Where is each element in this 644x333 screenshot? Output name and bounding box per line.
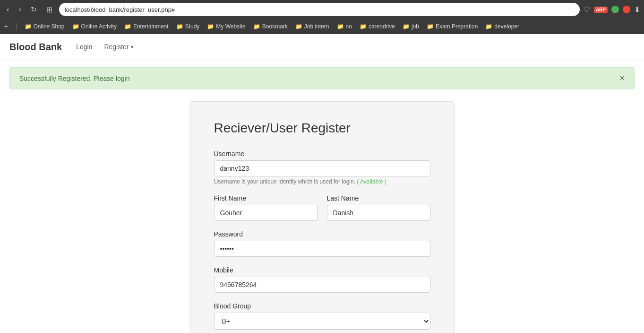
windows-button[interactable]: ⊞ [43, 4, 55, 15]
username-available: ( Available ) [357, 178, 386, 185]
bookmark-label: Job intern [304, 23, 329, 30]
folder-icon: 📁 [360, 23, 367, 30]
folder-icon: 📁 [427, 23, 434, 30]
bookmark-job-intern[interactable]: 📁 Job intern [292, 22, 332, 31]
password-label: Password [214, 230, 430, 238]
folder-icon: 📁 [295, 23, 302, 30]
mobile-label: Mobile [214, 266, 430, 274]
bookmark-label: Entertainment [133, 23, 169, 30]
bookmark-online-activity[interactable]: 📁 Online Activity [69, 22, 120, 31]
register-dropdown[interactable]: Register [99, 41, 138, 53]
nav-links: Login Register [71, 41, 138, 53]
navbar: Blood Bank Login Register [0, 34, 644, 60]
brand-link[interactable]: Blood Bank [9, 42, 62, 53]
forward-button[interactable]: › [16, 4, 24, 15]
username-group: Username Username is your unique identit… [214, 150, 430, 185]
bookmark-label: Online Activity [81, 23, 117, 30]
folder-icon: 📁 [176, 23, 183, 30]
abp-badge: ABP [594, 7, 608, 13]
form-title: Reciever/User Register [214, 121, 430, 136]
bookmark-bookmark[interactable]: 📁 Bookmark [250, 22, 291, 31]
folder-icon: 📁 [124, 23, 131, 30]
lastname-group: Last Name [327, 194, 430, 221]
separator: | [16, 22, 17, 31]
bookmark-entertainment[interactable]: 📁 Entertainment [121, 22, 172, 31]
bookmark-no[interactable]: 📁 no [334, 22, 355, 31]
password-group: Password [214, 230, 430, 257]
username-label: Username [214, 150, 430, 158]
password-input[interactable] [214, 241, 430, 257]
bookmark-label: Study [185, 23, 200, 30]
url-display: localhost/blood_bank/register_user.php# [65, 6, 574, 13]
alert-message: Successfully Registered, Please login [19, 75, 129, 82]
lastname-input[interactable] [327, 205, 430, 221]
blood-group-select[interactable]: A+ A- B+ B- O+ O- AB+ AB- [214, 313, 430, 330]
success-alert: Successfully Registered, Please login × [9, 67, 635, 89]
bookmarks-bar: + | 📁 Online Shop 📁 Online Activity 📁 En… [0, 19, 644, 34]
folder-icon: 📁 [403, 23, 410, 30]
bookmark-job[interactable]: 📁 job [400, 22, 422, 31]
folder-icon: 📁 [72, 23, 79, 30]
bookmark-label: developer [494, 23, 519, 30]
bookmark-online-shop[interactable]: 📁 Online Shop [22, 22, 68, 31]
bookmark-study[interactable]: 📁 Study [173, 22, 203, 31]
blood-group-group: Blood Group A+ A- B+ B- O+ O- AB+ AB- [214, 302, 430, 330]
bookmark-label: careodrive [369, 23, 395, 30]
color-circle-red [623, 6, 630, 13]
main-container: Reciever/User Register Username Username… [0, 96, 644, 333]
bookmark-label: job [412, 23, 419, 30]
name-row: First Name Last Name [214, 194, 430, 221]
bookmark-label: Exam Prepration [436, 23, 478, 30]
bookmark-label: no [346, 23, 352, 30]
folder-icon: 📁 [207, 23, 214, 30]
mobile-input[interactable] [214, 277, 430, 293]
heart-icon: ♡ [584, 5, 590, 14]
back-button[interactable]: ‹ [4, 4, 12, 15]
username-hint: Username is your unique identity which i… [214, 178, 430, 185]
firstname-label: First Name [214, 194, 318, 202]
bookmark-label: My Website [216, 23, 245, 30]
bookmark-label: Online Shop [34, 23, 65, 30]
bookmark-developer[interactable]: 📁 developer [482, 22, 522, 31]
folder-icon: 📁 [485, 23, 492, 30]
folder-icon: 📁 [253, 23, 260, 30]
bookmark-my-website[interactable]: 📁 My Website [204, 22, 248, 31]
mobile-group: Mobile [214, 266, 430, 293]
username-input[interactable] [214, 160, 430, 176]
page-content: Blood Bank Login Register Successfully R… [0, 34, 644, 333]
bookmark-label: Bookmark [262, 23, 288, 30]
refresh-button[interactable]: ↻ [28, 4, 40, 15]
lastname-label: Last Name [327, 194, 430, 202]
folder-icon: 📁 [25, 23, 32, 30]
color-circle-green [611, 6, 619, 13]
bookmark-careodrive[interactable]: 📁 careodrive [357, 22, 398, 31]
bookmark-exam-prepration[interactable]: 📁 Exam Prepration [424, 22, 481, 31]
login-link[interactable]: Login [71, 41, 97, 53]
address-bar[interactable]: localhost/blood_bank/register_user.php# [59, 3, 580, 16]
form-card: Reciever/User Register Username Username… [190, 101, 455, 333]
firstname-input[interactable] [214, 205, 318, 221]
add-bookmark-button[interactable]: + [4, 22, 8, 31]
firstname-group: First Name [214, 194, 318, 221]
blood-group-label: Blood Group [214, 302, 430, 310]
folder-icon: 📁 [337, 23, 344, 30]
download-icon: ⬇ [634, 5, 640, 14]
alert-close-button[interactable]: × [619, 73, 625, 83]
